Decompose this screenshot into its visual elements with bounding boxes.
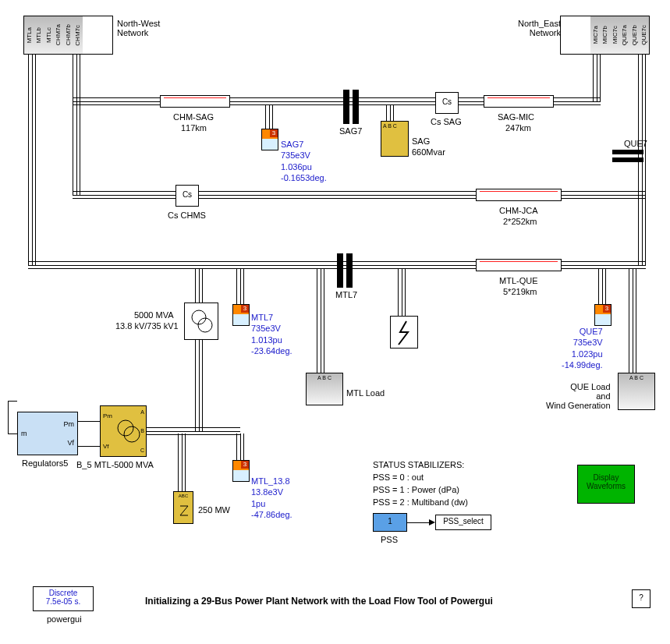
sag-mic-len: 247km [505, 123, 531, 133]
chm-jca-len: 2*252km [503, 217, 537, 226]
pss-value: 1 [388, 517, 392, 525]
meas-que7[interactable]: 3 [594, 304, 612, 326]
sag-mvar-block[interactable]: A B C [381, 121, 409, 157]
ne-port: MIC7c [612, 26, 619, 44]
status-l2: PSS = 2 : Multiband (dw) [373, 497, 468, 507]
nw-port: CHM7c [74, 25, 81, 46]
chm-sag-len: 117km [181, 123, 207, 133]
help-label: ? [639, 593, 643, 602]
meas-mtl7[interactable]: 3 [232, 304, 250, 326]
mtl7-m-name: MTL7 [251, 313, 273, 322]
status-title: STATUS STABILIZERS: [373, 460, 464, 469]
pss-constant[interactable]: 1 [373, 513, 407, 532]
chm-sag-name: CHM-SAG [173, 112, 214, 122]
powergui-block[interactable]: Discrete 7.5e-05 s. [33, 586, 94, 611]
reg-vf-port: Vf [67, 439, 74, 447]
cs-chms-block[interactable]: Cs [175, 185, 199, 207]
mtl-load-label: MTL Load [346, 388, 385, 398]
pss-select-label: PSS_select [443, 517, 484, 525]
north-east-subsystem[interactable]: MIC7a MIC7b MIC7c QUE7a QUE7b QUE7c [560, 16, 650, 55]
nw-port: CHM7a [55, 24, 62, 45]
pss-label: PSS [381, 535, 398, 544]
generator-label: B_5 MTL-5000 MVA [76, 460, 154, 469]
mtl13-m-name: MTL_13.8 [251, 476, 290, 486]
regulators-block[interactable]: Pm Vf m [17, 412, 78, 455]
svg-marker-4 [429, 519, 435, 525]
cs-sag-label: Cs SAG [431, 117, 462, 126]
mtl7-m-ang: -23.64deg. [251, 346, 292, 356]
bus-sag7 [343, 90, 349, 124]
ne-port: QUE7c [640, 25, 647, 45]
cs-sag-block[interactable]: Cs [435, 92, 459, 114]
regulators-label: Regulators5 [22, 458, 68, 468]
sag7-m-pu: 1.036pu [281, 162, 312, 172]
que7-m-v: 735e3V [573, 338, 603, 347]
chm-jca-name: CHM-JCA [499, 206, 538, 215]
help-button[interactable]: ? [632, 589, 651, 608]
svg-point-3 [124, 426, 140, 442]
ne-port: QUE7a [621, 25, 628, 45]
que-load-block[interactable]: A B C [618, 373, 655, 410]
diagram-title: Initializing a 29-Bus Power Plant Networ… [145, 596, 493, 607]
meas-sag7[interactable]: 3 [261, 129, 278, 150]
que7-m-name: QUE7 [580, 327, 603, 336]
powergui-label: powergui [47, 614, 82, 624]
mtl13-m-v: 13.8e3V [251, 487, 283, 497]
mtl13-m-pu: 1pu [251, 499, 265, 508]
bus-mtl7 [337, 253, 343, 288]
mtl7-m-v: 735e3V [251, 324, 281, 333]
svg-point-2 [118, 420, 133, 436]
transformer-block[interactable] [184, 303, 218, 340]
gen-vf: Vf [103, 443, 109, 450]
generator-block[interactable]: Pm Vf A B C [100, 405, 147, 457]
status-l0: PSS = 0 : out [373, 472, 424, 482]
ne-port: QUE7b [631, 25, 638, 45]
sag7-m-ang: -0.1653deg. [281, 173, 327, 182]
powergui-l2: 7.5e-05 s. [34, 597, 93, 606]
powergui-l1: Discrete [34, 589, 93, 597]
que-load-label: QUE Load and Wind Generation [546, 382, 611, 410]
sag7-m-v: 735e3V [281, 150, 310, 160]
que7-m-ang: -14.99deg. [562, 360, 603, 370]
sag-name: SAG [412, 136, 430, 146]
sag7-label: SAG7 [339, 126, 362, 136]
mtl-load-block[interactable]: A B C [306, 373, 343, 405]
north-west-subsystem[interactable]: MTLa MTLb MTLc CHM7a CHM7b CHM7c [23, 16, 113, 55]
ne-port: MIC7b [601, 26, 608, 44]
sag7-m-name: SAG7 [281, 140, 303, 149]
nw-port: MTLb [35, 27, 42, 43]
mtl13-m-ang: -47.86deg. [251, 510, 292, 519]
mtl7-m-pu: 1.013pu [251, 335, 282, 345]
ne-label: North_East Network [518, 19, 561, 37]
pss-select-goto[interactable]: PSS_select [435, 515, 491, 530]
cs-chms-label: Cs CHMS [168, 211, 206, 220]
xfmr-ratio: 13.8 kV/735 kV1 [115, 321, 179, 331]
mtl-que-name: MTL-QUE [499, 276, 538, 285]
nw-port: MTLc [45, 27, 52, 43]
fault-block[interactable] [390, 316, 418, 349]
reg-pm-port: Pm [64, 420, 75, 428]
status-l1: PSS = 1 : Power (dPa) [373, 485, 459, 494]
mw-label: 250 MW [198, 505, 230, 515]
nw-port: CHM7b [65, 24, 72, 45]
xfmr-rating: 5000 MVA [134, 310, 174, 320]
que7-m-pu: 1.023pu [572, 349, 603, 359]
reg-m-port: m [21, 430, 27, 437]
display-waveforms-button[interactable]: Display Waveforms [577, 465, 635, 504]
gen-pm: Pm [103, 412, 112, 419]
mtl7-label: MTL7 [335, 290, 357, 299]
mtl-que-len: 5*219km [503, 287, 537, 296]
nw-port: MTLa [26, 27, 33, 43]
nw-label: North-West Network [117, 19, 160, 37]
sag-rating: 660Mvar [412, 147, 445, 157]
que7-label: QUE7 [624, 139, 647, 148]
sag-mic-name: SAG-MIC [498, 112, 534, 122]
ne-port: MIC7a [592, 26, 599, 44]
mw-source-block[interactable]: ABC [173, 491, 193, 524]
meas-mtl13[interactable]: 3 [232, 460, 250, 482]
